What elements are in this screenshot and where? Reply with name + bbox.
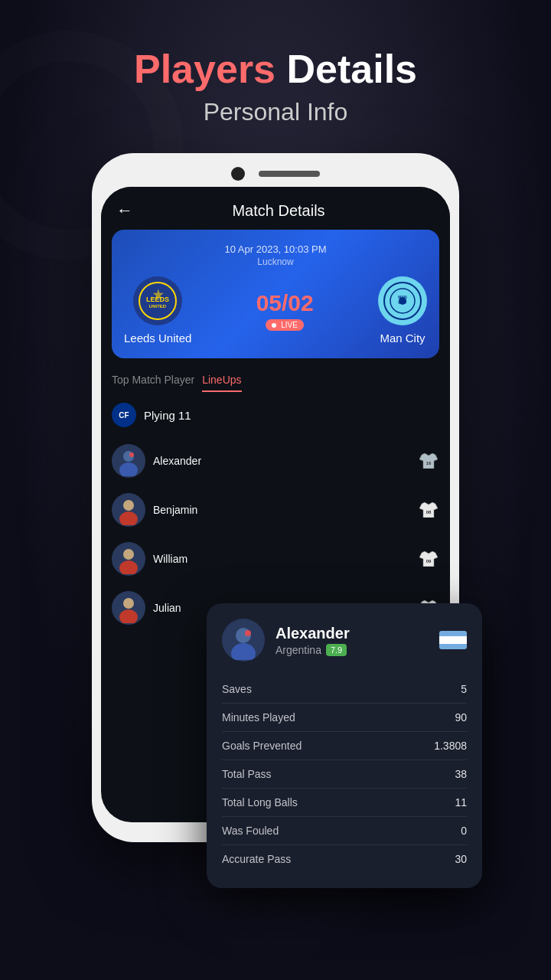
player-row[interactable]: William 09	[112, 534, 439, 583]
stat-value-goals-prevented: 1.3808	[434, 740, 467, 752]
stat-label-was-fouled: Was Fouled	[222, 825, 279, 837]
match-date: 10 Apr 2023, 10:03 PM	[124, 243, 427, 255]
player-row[interactable]: Benjamin 08	[112, 485, 439, 534]
stat-value-was-fouled: 0	[461, 825, 467, 837]
tabs-bar: Top Match Player LineUps	[101, 369, 450, 392]
match-score: 05/02	[256, 290, 314, 316]
section-title: Plying 11	[144, 409, 191, 422]
stat-value-long-balls: 11	[455, 796, 467, 808]
player-avatar-alexander	[112, 444, 145, 478]
stat-row-saves: Saves 5	[222, 675, 467, 704]
phone-camera	[231, 167, 245, 181]
stat-label-minutes: Minutes Played	[222, 711, 295, 724]
phone-mockup: ← Match Details 10 Apr 2023, 10:03 PM Lu…	[92, 153, 459, 842]
stat-row-total-pass: Total Pass 38	[222, 760, 467, 789]
jersey-icon-william: 09	[418, 550, 439, 567]
cardiff-badge: CF	[112, 403, 136, 427]
player-name-william: William	[153, 553, 410, 565]
stat-label-long-balls: Total Long Balls	[222, 796, 298, 808]
svg-text:UNITED: UNITED	[149, 304, 167, 309]
phone-top	[92, 153, 459, 181]
popup-avatar	[222, 619, 265, 662]
stat-value-minutes: 90	[455, 711, 467, 724]
svg-point-12	[129, 452, 134, 457]
nav-title: Match Details	[145, 202, 412, 220]
header-title-accent: Players	[134, 47, 276, 91]
argentina-flag	[439, 631, 467, 649]
mancity-logo: MAN CITY	[378, 276, 427, 325]
back-button[interactable]: ←	[116, 201, 133, 220]
player-avatar-william	[112, 542, 145, 576]
nav-bar: ← Match Details	[101, 187, 450, 230]
popup-stats: Saves 5 Minutes Played 90 Goals Prevente…	[222, 675, 467, 873]
team-home-name: Leeds United	[124, 332, 191, 345]
popup-player-name: Alexander	[276, 625, 350, 642]
stat-value-accurate-pass: 30	[455, 853, 467, 865]
team-away: MAN CITY Man City	[378, 276, 427, 345]
team-home: LEEDS UNITED Leeds United	[124, 276, 191, 345]
phone-speaker	[259, 171, 320, 177]
svg-point-29	[245, 630, 251, 636]
match-location: Lucknow	[124, 256, 427, 267]
player-name-alexander: Alexander	[153, 455, 410, 467]
stat-row-goals-prevented: Goals Prevented 1.3808	[222, 732, 467, 760]
svg-point-23	[123, 598, 134, 609]
svg-point-8	[399, 297, 406, 305]
jersey-icon-alexander: 16	[418, 452, 439, 469]
live-dot	[272, 323, 276, 328]
rating-badge: 7.9	[326, 644, 347, 656]
stat-value-total-pass: 38	[455, 768, 467, 780]
leeds-logo: LEEDS UNITED	[133, 276, 182, 325]
popup-flag-container	[439, 631, 467, 649]
score-block: 05/02 LIVE	[256, 290, 314, 331]
stat-row-was-fouled: Was Fouled 0	[222, 817, 467, 845]
popup-header: Alexander Argentina 7.9	[222, 619, 467, 662]
stat-label-saves: Saves	[222, 683, 252, 695]
jersey-icon-benjamin: 08	[418, 501, 439, 518]
tab-lineups[interactable]: LineUps	[202, 369, 241, 392]
live-text: LIVE	[281, 321, 298, 329]
stat-label-total-pass: Total Pass	[222, 768, 272, 780]
header-title: Players Details	[0, 46, 551, 92]
stat-label-goals-prevented: Goals Prevented	[222, 740, 302, 752]
player-name-benjamin: Benjamin	[153, 504, 410, 516]
player-avatar-julian	[112, 591, 145, 625]
player-row[interactable]: Alexander 16	[112, 436, 439, 485]
player-popup-card: Alexander Argentina 7.9 Saves 5 Minutes …	[207, 603, 482, 888]
stat-row-minutes: Minutes Played 90	[222, 704, 467, 732]
svg-text:08: 08	[426, 510, 432, 514]
player-list-section: CF Plying 11 Alexander	[101, 403, 450, 632]
svg-text:16: 16	[426, 461, 432, 466]
section-header: CF Plying 11	[112, 403, 439, 427]
popup-player-info: Alexander Argentina 7.9	[276, 625, 350, 656]
svg-text:09: 09	[426, 559, 432, 564]
page-header: Players Details Personal Info	[0, 46, 551, 126]
match-teams: LEEDS UNITED Leeds United 05/02 LIVE	[124, 276, 427, 345]
svg-point-15	[123, 500, 134, 511]
stat-row-long-balls: Total Long Balls 11	[222, 789, 467, 817]
header-subtitle: Personal Info	[0, 98, 551, 126]
popup-player-country: Argentina 7.9	[276, 644, 350, 656]
tab-top-match-player[interactable]: Top Match Player	[112, 369, 194, 392]
stat-value-saves: 5	[461, 683, 467, 695]
svg-point-19	[123, 549, 134, 560]
team-away-name: Man City	[380, 332, 425, 345]
match-card: 10 Apr 2023, 10:03 PM Lucknow LEEDS UNIT…	[112, 230, 439, 358]
header-title-white2: Details	[286, 47, 417, 91]
player-avatar-benjamin	[112, 493, 145, 527]
stat-label-accurate-pass: Accurate Pass	[222, 853, 291, 865]
live-badge: LIVE	[266, 319, 303, 331]
stat-row-accurate-pass: Accurate Pass 30	[222, 845, 467, 873]
